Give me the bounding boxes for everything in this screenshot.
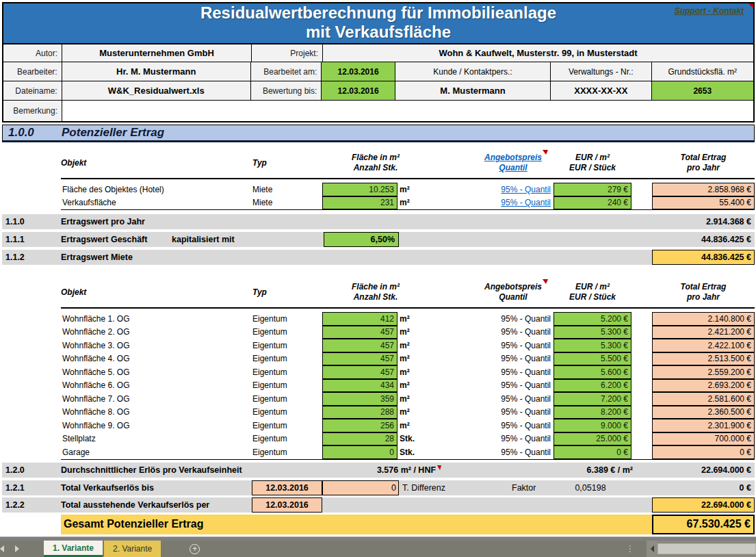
row-typ: Eigentum [252, 406, 322, 419]
row-preis-input-cell[interactable]: 25.000 € [553, 432, 631, 446]
row-einheit: m² [397, 379, 429, 393]
verwaltung-label: Verwaltungs - Nr.: [551, 62, 651, 81]
info-row-bearbeiter: Bearbeiter: Hr. M. Mustermann Bearbeitet… [3, 62, 753, 81]
row-menge-input-cell[interactable]: 457 [322, 352, 397, 366]
bearbeitet-am-date-cell[interactable]: 12.03.2016 [322, 62, 395, 81]
row-objekt: Wohnfläche 8. OG [61, 406, 252, 419]
title-header: Residualwertberechnung für Immobilieanla… [2, 2, 755, 44]
band-1-2-2: 1.2.2 Total ausstehende Verkaufserlös pe… [2, 497, 755, 513]
table-row: Wohnfläche 8. OG Eigentum 288 m² 95% - Q… [2, 406, 755, 419]
row-menge-input-cell[interactable]: 457 [322, 365, 397, 379]
row-total-cell: 2.858.968 € [652, 183, 755, 196]
col-header-objekt: Objekt [61, 158, 252, 168]
row-total-cell: 700.000 € [652, 432, 755, 446]
tage-differenz-value-cell: 0 [322, 480, 399, 495]
row-preis-input-cell[interactable]: 9.000 € [553, 419, 631, 432]
row-typ: Eigentum [252, 419, 322, 432]
row-objekt: Wohnfläche 5. OG [61, 365, 252, 379]
table2-rows: Wohnfläche 1. OG Eigentum 412 m² 95% - Q… [2, 309, 755, 459]
kunde-value: M. Mustermann [395, 81, 551, 100]
row-preis-input-cell[interactable]: 8.200 € [553, 406, 631, 419]
prev-sheet-icon[interactable] [0, 545, 4, 552]
tab-variante-2[interactable]: 2. Variante [104, 541, 161, 557]
row-objekt: Wohnfläche 7. OG [61, 392, 252, 406]
add-sheet-button[interactable]: + [190, 541, 200, 557]
col-header-angebotspreis-link[interactable]: Angebotspreis Quantil [473, 153, 553, 173]
table-row: Wohnfläche 2. OG Eigentum 457 m² 95% - Q… [2, 326, 755, 339]
row-preis-input-cell[interactable]: 240 € [553, 196, 631, 210]
band-index: 1.1.2 [2, 252, 61, 262]
band-index: 1.1.1 [2, 235, 61, 244]
band-sublabel: kapitalisiert mit [172, 235, 265, 244]
row-quantil: 95% - Quantil [473, 432, 553, 446]
gesamt-band: Gesamt Potenzieller Ertrag [61, 515, 652, 534]
row-typ: Eigentum [252, 339, 322, 352]
row-preis-input-cell[interactable]: 0 € [553, 445, 631, 459]
row-menge-input-cell[interactable]: 231 [322, 196, 397, 210]
value-ertragswert-pro-jahr: 2.914.368 € [145, 217, 755, 226]
info-row-bemerkung: Bemerkung: [3, 101, 753, 121]
scrollbar-thumb[interactable] [657, 543, 756, 554]
bearbeiter-value: Hr. M. Mustermann [62, 62, 251, 81]
next-sheet-icon[interactable] [15, 545, 19, 552]
row-total-cell: 2.693.200 € [652, 379, 755, 393]
col-header-total: Total Ertragpro Jahr [652, 282, 755, 302]
row-menge-input-cell[interactable]: 457 [322, 339, 397, 352]
row-menge-input-cell[interactable]: 288 [322, 406, 397, 419]
section-header: 1.0.0 Potenzieller Ertrag [2, 125, 755, 142]
gesamt-row: Gesamt Potenzieller Ertrag 67.530.425 € [2, 515, 755, 534]
row-quantil-link[interactable]: 95% - Quantil [501, 198, 551, 207]
row-objekt: Wohnfläche 9. OG [61, 419, 252, 432]
row-preis-input-cell[interactable]: 5.500 € [553, 352, 631, 366]
row-typ: Eigentum [252, 392, 322, 406]
row-quantil-link[interactable]: 95% - Quantil [501, 185, 551, 194]
table-row: Fläche des Objektes (Hotel) Miete 10.253… [2, 183, 755, 196]
row-total-cell: 2.421.200 € [652, 326, 755, 339]
band-index: 1.2.2 [2, 500, 61, 510]
autor-label: Autor: [3, 44, 62, 62]
row-typ: Eigentum [252, 352, 322, 366]
row-menge-input-cell[interactable]: 256 [322, 419, 397, 432]
row-preis-input-cell[interactable]: 6.200 € [553, 379, 631, 393]
row-menge-input-cell[interactable]: 0 [322, 445, 397, 459]
row-menge-input-cell[interactable]: 434 [322, 379, 397, 393]
ausstehend-per-date-cell[interactable]: 12.03.2016 [252, 497, 322, 513]
row-einheit: m² [397, 183, 429, 196]
row-menge-input-cell[interactable]: 28 [322, 432, 397, 446]
row-menge-input-cell[interactable]: 412 [322, 312, 397, 326]
support-kontakt-link[interactable]: Support - Kontakt [675, 6, 744, 16]
row-einheit: Stk. [397, 432, 429, 446]
bewertung-bis-date-cell[interactable]: 12.03.2016 [322, 81, 395, 100]
band-1-1-0: 1.1.0 Ertragswert pro Jahr 2.914.368 € [2, 214, 755, 229]
row-menge-input-cell[interactable]: 457 [322, 326, 397, 339]
horizontal-scrollbar[interactable] [647, 541, 756, 557]
row-preis-input-cell[interactable]: 5.300 € [553, 339, 631, 352]
bemerkung-value-cell[interactable] [62, 101, 753, 121]
row-typ: Eigentum [252, 379, 322, 393]
row-objekt: Fläche des Objektes (Hotel) [61, 183, 252, 196]
row-preis-input-cell[interactable]: 5.200 € [553, 312, 631, 326]
value-verkaufserloes-bis: 0 € [625, 483, 755, 493]
row-total-cell: 55.400 € [652, 196, 755, 210]
tab-variante-1[interactable]: 1. Variante [44, 541, 103, 557]
row-menge-input-cell[interactable]: 359 [322, 392, 397, 406]
row-preis-input-cell[interactable]: 5.600 € [553, 365, 631, 379]
row-preis-input-cell[interactable]: 279 € [553, 183, 631, 196]
more-options-icon[interactable]: ⋮ [626, 544, 634, 554]
kapitalisierungszins-input-cell[interactable]: 6,50% [324, 232, 399, 247]
value-erloes-pro-qm: 6.389 € / m² [495, 465, 633, 475]
row-total-cell: 2.581.600 € [652, 392, 755, 406]
faktor-label: Faktor [512, 483, 556, 493]
col-header-angebotspreis: Angebotspreis Quantil [473, 282, 553, 302]
verkaufserloes-bis-date-cell[interactable]: 12.03.2016 [252, 480, 322, 495]
row-einheit: Stk. [397, 445, 429, 459]
row-preis-input-cell[interactable]: 7.200 € [553, 392, 631, 406]
row-menge-input-cell[interactable]: 10.253 [322, 183, 397, 196]
row-quantil: 95% - Quantil [473, 339, 553, 352]
grundstueck-value-cell[interactable]: 2653 [652, 81, 753, 100]
value-flaeche-hnf: 3.576 m² / HNF [324, 465, 495, 475]
sheet-nav [0, 541, 44, 557]
dateiname-value: W&K_Residualwert.xls [62, 81, 251, 100]
scroll-left-button[interactable] [647, 541, 657, 557]
row-preis-input-cell[interactable]: 5.300 € [553, 326, 631, 339]
